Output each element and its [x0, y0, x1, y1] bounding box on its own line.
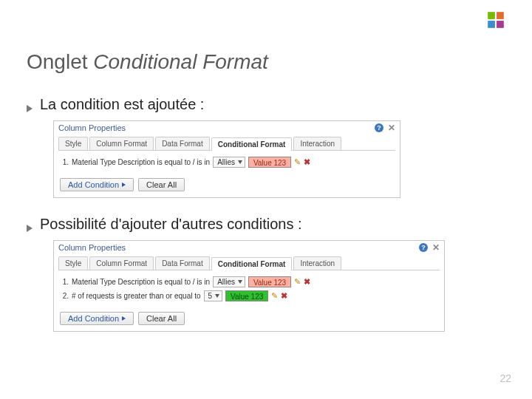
column-properties-panel: Column Properties ? ✕ Style Column Forma… — [53, 240, 445, 332]
condition-text: Material Type Description is equal to / … — [72, 278, 210, 286]
format-swatch[interactable]: Value 123 — [225, 290, 268, 301]
edit-icon[interactable]: ✎ — [294, 157, 301, 167]
condition-row: 1. Material Type Description is equal to… — [60, 157, 394, 168]
panel-tabs: Style Column Format Data Format Conditio… — [58, 256, 440, 270]
chevron-down-icon — [238, 280, 242, 284]
condition-row: 1. Material Type Description is equal to… — [60, 276, 438, 287]
clear-all-button[interactable]: Clear All — [138, 178, 185, 191]
format-swatch[interactable]: Value 123 — [248, 157, 291, 168]
bullet-text: Possibilité d'ajouter d'autres condition… — [40, 216, 302, 233]
tab-style[interactable]: Style — [58, 256, 88, 270]
brand-logo-icon — [486, 10, 505, 30]
slide-title-italic: Conditional Format — [93, 50, 268, 73]
format-swatch[interactable]: Value 123 — [248, 276, 291, 287]
page-number: 22 — [499, 372, 511, 384]
condition-text: # of requests is greater than or equal t… — [72, 292, 201, 300]
tab-column-format[interactable]: Column Format — [89, 137, 154, 150]
dropdown-value: Allies — [215, 278, 237, 286]
add-condition-label: Add Condition — [68, 314, 119, 323]
edit-icon[interactable]: ✎ — [294, 277, 301, 287]
slide-title-plain: Onglet — [27, 50, 93, 73]
value-dropdown[interactable]: 5 — [204, 290, 223, 301]
slide-title: Onglet Conditional Format — [27, 50, 268, 74]
add-condition-label: Add Condition — [68, 180, 119, 189]
tab-conditional-format[interactable]: Conditional Format — [211, 257, 293, 270]
svg-rect-1 — [497, 12, 504, 19]
delete-icon[interactable]: ✖ — [281, 291, 287, 301]
tab-interaction[interactable]: Interaction — [293, 256, 341, 270]
condition-row: 2. # of requests is greater than or equa… — [60, 290, 438, 301]
bullet-text: La condition est ajoutée : — [40, 96, 204, 113]
tab-data-format[interactable]: Data Format — [155, 256, 210, 270]
row-index: 1. — [60, 278, 69, 286]
svg-rect-3 — [497, 21, 504, 28]
panel-tabs: Style Column Format Data Format Conditio… — [58, 137, 395, 151]
delete-icon[interactable]: ✖ — [304, 157, 310, 167]
delete-icon[interactable]: ✖ — [304, 277, 310, 287]
svg-rect-2 — [488, 21, 495, 28]
dropdown-value: 5 — [206, 292, 215, 300]
tab-conditional-format[interactable]: Conditional Format — [211, 137, 293, 151]
chevron-down-icon — [238, 160, 242, 164]
chevron-right-icon — [122, 316, 126, 321]
close-icon[interactable]: ✕ — [432, 243, 440, 252]
clear-all-button[interactable]: Clear All — [138, 312, 185, 325]
chevron-right-icon — [122, 183, 126, 187]
add-condition-button[interactable]: Add Condition — [60, 178, 134, 191]
edit-icon[interactable]: ✎ — [271, 291, 278, 301]
panel-header: Column Properties — [58, 123, 126, 132]
value-dropdown[interactable]: Allies — [213, 276, 245, 287]
help-icon[interactable]: ? — [419, 243, 428, 252]
row-index: 1. — [60, 158, 69, 166]
tab-data-format[interactable]: Data Format — [155, 137, 210, 150]
panel-header: Column Properties — [58, 243, 126, 252]
close-icon[interactable]: ✕ — [388, 123, 395, 132]
add-condition-button[interactable]: Add Condition — [60, 312, 134, 325]
tab-column-format[interactable]: Column Format — [89, 256, 154, 270]
tab-interaction[interactable]: Interaction — [293, 137, 341, 150]
help-icon[interactable]: ? — [375, 123, 383, 132]
column-properties-panel: Column Properties ? ✕ Style Column Forma… — [53, 120, 400, 198]
bullet-triangle-icon — [27, 225, 33, 232]
row-index: 2. — [60, 292, 69, 300]
condition-text: Material Type Description is equal to / … — [72, 158, 210, 166]
svg-rect-0 — [488, 12, 495, 19]
dropdown-value: Allies — [215, 158, 237, 166]
value-dropdown[interactable]: Allies — [213, 157, 245, 168]
bullet-triangle-icon — [27, 105, 33, 112]
chevron-down-icon — [215, 294, 219, 298]
tab-style[interactable]: Style — [58, 137, 88, 150]
